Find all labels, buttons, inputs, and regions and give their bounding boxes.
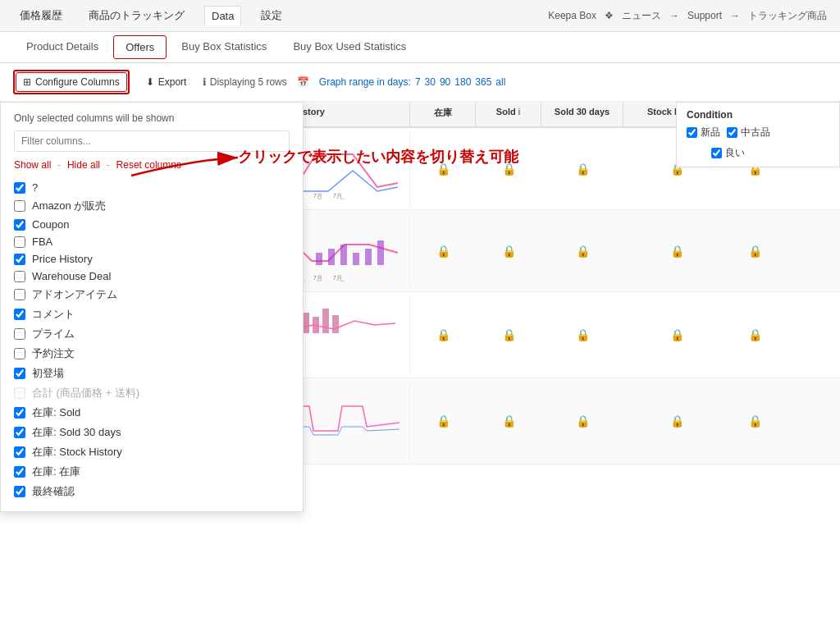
hide-all-link[interactable]: Hide all	[67, 159, 100, 171]
support-link[interactable]: Support	[687, 10, 722, 21]
checkbox-2[interactable]	[14, 219, 25, 231]
graph-range-all[interactable]: all	[495, 76, 505, 88]
news-link[interactable]: ニュース	[622, 9, 661, 23]
graph-range-90[interactable]: 90	[440, 76, 450, 88]
graph-range-365[interactable]: 365	[475, 76, 491, 88]
calendar-icon: 📅	[297, 76, 309, 88]
graph-range-control: Graph range in days: 7 30 90 180 365 all	[319, 76, 506, 88]
lock-icon: 🔒	[436, 245, 450, 258]
checkbox-label-6: アドオンアイテム	[32, 287, 117, 302]
nav-settings[interactable]: 設定	[254, 5, 289, 26]
checkbox-label-8: プライム	[32, 327, 75, 341]
lock-icon: 🔒	[502, 414, 516, 428]
link-sep-2: -	[107, 158, 113, 171]
column-checkbox-item-15[interactable]: 在庫: 在庫	[14, 462, 290, 482]
link-sep-1: -	[57, 158, 64, 171]
nav-price-history[interactable]: 価格履歴	[13, 5, 69, 26]
tracking-items-link[interactable]: トラッキング商品	[748, 9, 827, 23]
column-checkbox-item-16[interactable]: 最終確認	[14, 482, 290, 501]
tab-product-details[interactable]: Product Details	[13, 32, 112, 62]
svg-rect-8	[316, 253, 322, 265]
column-checkbox-item-0[interactable]: ?	[14, 179, 290, 196]
column-checkbox-item-13[interactable]: 在庫: Sold 30 days	[14, 423, 290, 442]
graph-range-7[interactable]: 7	[415, 76, 421, 88]
checkbox-6[interactable]	[14, 289, 25, 300]
svg-rect-12	[365, 249, 372, 265]
checkbox-14[interactable]	[14, 446, 25, 458]
checkbox-label-11: 合計 (商品価格 + 送料)	[32, 386, 139, 400]
td-stock-2: 🔒	[410, 245, 476, 258]
export-icon: ⬇	[146, 76, 154, 88]
th-stock: 在庫	[410, 102, 476, 126]
checkbox-9[interactable]	[14, 348, 25, 359]
nav-tracking[interactable]: 商品のトラッキング	[82, 5, 191, 26]
tab-offers[interactable]: Offers	[113, 35, 167, 59]
checkbox-8[interactable]	[14, 328, 25, 340]
checkbox-15[interactable]	[14, 466, 25, 478]
condition-panel: Condition 新品 中古品 良い	[676, 102, 840, 167]
checkbox-label-1: Amazon が販売	[32, 199, 106, 213]
configure-columns-btn-wrap: ⊞ Configure Columns	[13, 70, 130, 94]
checkbox-5[interactable]	[14, 271, 25, 282]
checkbox-3[interactable]	[14, 236, 25, 248]
nav-data[interactable]: Data	[204, 6, 241, 25]
svg-text:16日: 16日	[333, 199, 345, 199]
reset-columns-link[interactable]: Reset columns	[116, 159, 181, 171]
checkbox-0[interactable]	[14, 182, 25, 194]
td-fba-2: 🔒	[730, 245, 779, 258]
tab-buybox[interactable]: Buy Box Statistics	[168, 32, 280, 62]
lock-icon: 🔒	[576, 245, 590, 258]
sep1: ❖	[605, 10, 614, 21]
column-checkbox-item-7[interactable]: コメント	[14, 304, 290, 324]
column-checkbox-item-3[interactable]: FBA	[14, 233, 290, 250]
column-checkbox-item-11[interactable]: 合計 (商品価格 + 送料)	[14, 383, 290, 403]
lock-icon: 🔒	[576, 162, 590, 176]
td-sold30-4: 🔒	[541, 414, 623, 428]
condition-title: Condition	[687, 109, 829, 121]
export-button[interactable]: ⬇ Export	[139, 73, 194, 91]
annotation-container: クリックで表示したい内容を切り替え可能	[238, 147, 518, 167]
show-all-link[interactable]: Show all	[14, 159, 51, 171]
condition-new[interactable]: 新品	[687, 126, 720, 140]
lock-icon: 🔒	[436, 328, 450, 341]
checkbox-label-13: 在庫: Sold 30 days	[32, 425, 121, 440]
column-checkbox-item-9[interactable]: 予約注文	[14, 344, 290, 364]
keepa-box-link[interactable]: Keepa Box	[548, 10, 596, 21]
svg-rect-26	[332, 315, 339, 333]
checkbox-11[interactable]	[14, 387, 25, 399]
condition-good-checkbox[interactable]	[711, 148, 722, 158]
annotation-text: クリックで表示したい内容を切り替え可能	[238, 149, 518, 165]
checkbox-label-2: Coupon	[32, 218, 70, 231]
condition-used-checkbox[interactable]	[727, 127, 737, 138]
svg-rect-25	[322, 309, 329, 333]
svg-text:7月: 7月	[333, 193, 342, 199]
column-checkbox-item-2[interactable]: Coupon	[14, 216, 290, 233]
checkbox-label-3: FBA	[32, 236, 52, 248]
column-checkbox-item-10[interactable]: 初登場	[14, 364, 290, 383]
configure-columns-label: Configure Columns	[35, 76, 120, 88]
checkbox-1[interactable]	[14, 200, 25, 212]
column-checkbox-item-4[interactable]: Price History	[14, 250, 290, 268]
checkbox-10[interactable]	[14, 368, 25, 379]
checkbox-label-12: 在庫: Sold	[32, 405, 80, 420]
column-checkbox-item-12[interactable]: 在庫: Sold	[14, 403, 290, 423]
configure-columns-button[interactable]: ⊞ Configure Columns	[16, 72, 127, 92]
column-checkbox-item-6[interactable]: アドオンアイテム	[14, 285, 290, 304]
checkbox-12[interactable]	[14, 407, 25, 419]
column-checkbox-item-1[interactable]: Amazon が販売	[14, 196, 290, 216]
checkbox-13[interactable]	[14, 427, 25, 438]
column-checkbox-item-5[interactable]: Warehouse Deal	[14, 268, 290, 285]
column-checkbox-item-14[interactable]: 在庫: Stock History	[14, 442, 290, 462]
graph-range-30[interactable]: 30	[425, 76, 436, 88]
condition-used[interactable]: 中古品	[727, 126, 770, 140]
graph-range-180[interactable]: 180	[454, 76, 471, 88]
checkbox-16[interactable]	[14, 486, 25, 497]
checkbox-4[interactable]	[14, 254, 25, 265]
column-checkbox-item-8[interactable]: プライム	[14, 324, 290, 344]
condition-new-checkbox[interactable]	[687, 127, 697, 138]
condition-good[interactable]: 良い	[711, 146, 745, 160]
export-label: Export	[158, 76, 187, 88]
tab-buybox-used[interactable]: Buy Box Used Statistics	[280, 32, 419, 62]
checkbox-7[interactable]	[14, 309, 25, 320]
lock-icon: 🔒	[748, 328, 762, 341]
